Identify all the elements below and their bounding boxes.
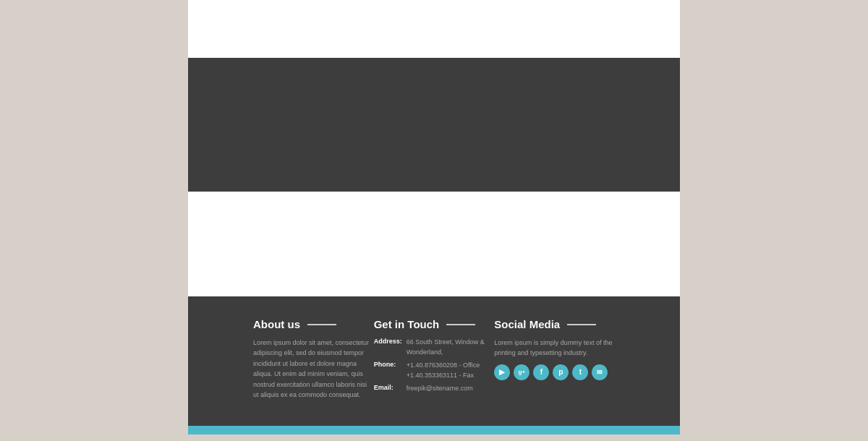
footer-col-about: About us Lorem ipsum dolor sit amet, con…: [253, 318, 374, 404]
address-value: 66 South Street, Window & Wonderland,: [407, 338, 495, 357]
contact-title: Get in Touch: [374, 318, 495, 330]
email-icon[interactable]: ✉: [592, 364, 608, 380]
google-plus-icon[interactable]: g+: [514, 364, 529, 380]
section-white-2: [188, 192, 680, 296]
pinterest-icon[interactable]: p: [553, 364, 569, 380]
social-title: Social Media: [494, 318, 615, 330]
contact-address-row: Address: 66 South Street, Window & Wonde…: [374, 338, 495, 357]
social-text: Lorem ipsum is simply dummy text of the …: [494, 338, 615, 359]
about-text: Lorem ipsum dolor sit amet, consectetur …: [253, 338, 374, 400]
facebook-icon[interactable]: f: [533, 364, 549, 380]
about-title: About us: [253, 318, 374, 330]
page-wrapper: About us Lorem ipsum dolor sit amet, con…: [188, 0, 680, 434]
section-white-top: [188, 0, 680, 58]
footer: About us Lorem ipsum dolor sit amet, con…: [188, 296, 680, 426]
contact-phone-row: Phone: +1.40.876360208 - Office+1.40.353…: [374, 361, 495, 380]
twitter-icon[interactable]: t: [572, 364, 588, 380]
phone-value: +1.40.876360208 - Office+1.40.353363111 …: [407, 361, 480, 380]
footer-bottom-bar: [188, 426, 680, 434]
contact-email-row: Email: freepik@sitename.com: [374, 384, 495, 394]
section-dark-1: [188, 58, 680, 192]
email-label: Email:: [374, 384, 407, 391]
footer-col-contact: Get in Touch Address: 66 South Street, W…: [374, 318, 495, 404]
social-icons-row: ▶ g+ f p t ✉: [494, 364, 615, 380]
youtube-icon[interactable]: ▶: [494, 364, 510, 380]
email-value: freepik@sitename.com: [407, 384, 473, 394]
address-label: Address:: [374, 338, 407, 345]
phone-label: Phone:: [374, 361, 407, 368]
footer-col-social: Social Media Lorem ipsum is simply dummy…: [494, 318, 615, 404]
